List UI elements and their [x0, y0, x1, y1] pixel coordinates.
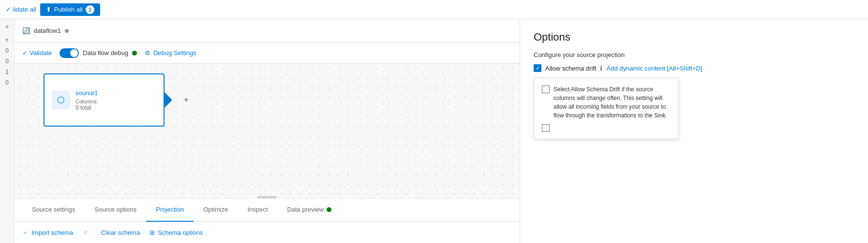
node-title: source1 — [75, 89, 156, 97]
node-columns-label: Columns: — [75, 99, 156, 104]
tooltip-row-1: Select Allow Schema Drift if the source … — [542, 85, 671, 120]
dataflow-icon: 🔄 — [22, 27, 30, 34]
schema-drift-tooltip: Select Allow Schema Drift if the source … — [534, 78, 679, 139]
collapse-button[interactable]: « — [5, 23, 9, 30]
tooltip-row-2 — [542, 124, 671, 132]
tab-projection[interactable]: Projection — [146, 199, 194, 222]
canvas-toolbar: ✓ Validate Data flow debug ⚙ Debug Setti… — [15, 43, 520, 64]
node-shape: ⬡ source1 Columns: 0 total — [44, 73, 165, 127]
debug-settings-button[interactable]: ⚙ Debug Settings — [145, 49, 196, 57]
left-sidebar: « + 0 0 1 0 — [0, 19, 15, 243]
dataflow-tab[interactable]: 🔄 dataflow1 — [22, 27, 69, 34]
source-node-icon: ⬡ — [52, 91, 70, 109]
right-options-panel: Options Configure your source projection… — [520, 19, 868, 243]
validate-all-button[interactable]: ✓ lidate all — [6, 6, 36, 13]
tab-inspect[interactable]: Inspect — [238, 199, 277, 222]
import-icon: ← — [22, 229, 29, 236]
import-schema-button[interactable]: ← Import schema — [22, 229, 73, 236]
validate-button[interactable]: ✓ Validate — [22, 49, 52, 57]
check-icon: ✓ — [22, 49, 28, 57]
separator-1: ✕ — [83, 229, 89, 236]
tab-data-preview[interactable]: Data preview — [277, 199, 341, 222]
unsaved-dot — [65, 29, 69, 33]
debug-active-dot — [132, 51, 137, 56]
canvas-area: 🔄 dataflow1 ✓ Validate Data flow debug ⚙… — [15, 19, 520, 243]
main-toolbar: ✓ lidate all ⬆ Publish all 1 — [0, 0, 868, 19]
publish-count-badge: 1 — [86, 5, 94, 14]
source-node[interactable]: ⬡ source1 Columns: 0 total + — [44, 73, 165, 127]
toggle-knob — [70, 49, 78, 57]
tab-optimize[interactable]: Optimize — [194, 199, 238, 222]
tooltip-text: Select Allow Schema Drift if the source … — [554, 85, 671, 120]
clear-schema-button[interactable]: Clear schema — [98, 229, 140, 236]
data-preview-dot — [327, 207, 331, 212]
canvas-header: 🔄 dataflow1 — [15, 19, 520, 43]
tooltip-checkbox-2[interactable] — [542, 124, 550, 132]
tab-source-settings[interactable]: Source settings — [22, 199, 85, 222]
allow-schema-drift-row: ✓ Allow schema drift ℹ Add dynamic conte… — [534, 64, 854, 72]
options-subtitle: Configure your source projection — [534, 51, 854, 58]
checkmark-icon: ✓ — [6, 6, 11, 13]
tabs-row: Source settings Source options Projectio… — [15, 199, 520, 222]
canvas-resize-handle[interactable] — [257, 196, 277, 198]
allow-schema-drift-label: Allow schema drift — [545, 65, 596, 72]
node-columns-value: 0 total — [75, 104, 156, 111]
bottom-panel: Source settings Source options Projectio… — [15, 198, 520, 243]
allow-schema-drift-checkbox[interactable]: ✓ — [534, 64, 541, 72]
add-node-button[interactable]: + — [183, 95, 189, 105]
dynamic-content-link[interactable]: Add dynamic content [Alt+Shift+D] — [606, 65, 702, 72]
publish-all-button[interactable]: ⬆ Publish all 1 — [40, 3, 100, 16]
tooltip-checkbox-1[interactable] — [542, 86, 550, 93]
options-title: Options — [534, 31, 854, 43]
settings-icon: ⚙ — [145, 49, 150, 57]
actions-row: ← Import schema ✕ Clear schema ⊞ Schema … — [15, 222, 520, 243]
debug-toggle-group: Data flow debug — [60, 48, 137, 58]
info-icon[interactable]: ℹ — [600, 65, 602, 72]
schema-options-icon: ⊞ — [150, 229, 155, 236]
schema-options-button[interactable]: ⊞ Schema options — [150, 229, 203, 236]
tab-source-options[interactable]: Source options — [85, 199, 147, 222]
main-layout: « + 0 0 1 0 🔄 dataflow1 ✓ Validate — [0, 19, 868, 243]
dataflow-canvas[interactable]: ⬡ source1 Columns: 0 total + — [15, 64, 520, 198]
debug-toggle-switch[interactable] — [60, 48, 79, 58]
node-info: source1 Columns: 0 total — [75, 89, 156, 111]
publish-icon: ⬆ — [46, 6, 51, 13]
